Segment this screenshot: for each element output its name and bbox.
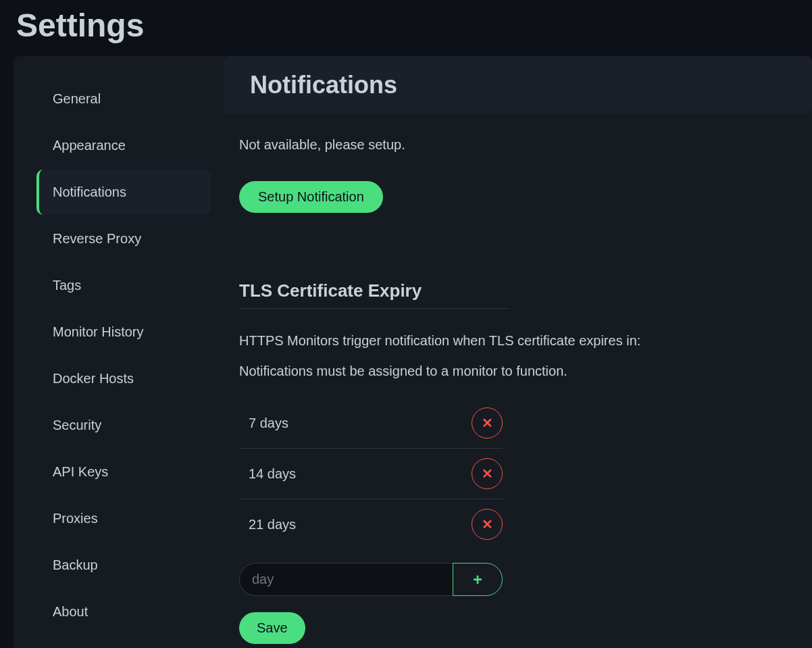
sidebar-item-tags[interactable]: Tags <box>39 263 211 308</box>
sidebar-item-label: Appearance <box>53 138 126 153</box>
expiry-item: 21 days ✕ <box>239 499 503 549</box>
sidebar-item-label: Proxies <box>53 511 98 526</box>
settings-content: Notifications Not available, please setu… <box>224 56 812 648</box>
sidebar-item-label: General <box>53 91 101 106</box>
page-title: Settings <box>0 0 812 56</box>
sidebar-item-proxies[interactable]: Proxies <box>39 496 211 541</box>
plus-icon: + <box>473 570 482 589</box>
setup-notification-button[interactable]: Setup Notification <box>239 181 383 213</box>
expiry-item: 14 days ✕ <box>239 449 503 499</box>
remove-expiry-button[interactable]: ✕ <box>472 509 503 540</box>
sidebar-item-appearance[interactable]: Appearance <box>39 123 211 168</box>
section-heading: Notifications <box>250 71 786 99</box>
sidebar-item-label: Tags <box>53 278 81 293</box>
not-available-message: Not available, please setup. <box>239 137 797 153</box>
settings-container: General Appearance Notifications Reverse… <box>14 56 812 648</box>
close-icon: ✕ <box>482 466 493 482</box>
tls-desc-1: HTTPS Monitors trigger notification when… <box>239 333 797 349</box>
sidebar-item-label: About <box>53 604 88 619</box>
sidebar-item-label: Monitor History <box>53 324 143 339</box>
sidebar-item-api-keys[interactable]: API Keys <box>39 449 211 495</box>
section-body: Not available, please setup. Setup Notif… <box>224 114 812 644</box>
add-expiry-button[interactable]: + <box>453 563 503 596</box>
tls-title: TLS Certificate Expiry <box>239 280 509 309</box>
sidebar-item-general[interactable]: General <box>39 76 211 122</box>
close-icon: ✕ <box>482 415 493 431</box>
expiry-label: 21 days <box>249 517 296 532</box>
sidebar-item-label: Security <box>53 418 101 432</box>
sidebar-item-security[interactable]: Security <box>39 403 211 448</box>
section-header: Notifications <box>224 56 812 114</box>
sidebar-item-label: Notifications <box>53 184 126 199</box>
sidebar-item-monitor-history[interactable]: Monitor History <box>39 309 211 355</box>
sidebar-item-about[interactable]: About <box>39 589 211 634</box>
expiry-item: 7 days ✕ <box>239 398 503 449</box>
sidebar-item-label: API Keys <box>53 464 108 479</box>
settings-sidebar: General Appearance Notifications Reverse… <box>14 56 224 648</box>
add-expiry-row: + <box>239 563 503 596</box>
remove-expiry-button[interactable]: ✕ <box>472 407 503 439</box>
sidebar-item-label: Backup <box>53 557 98 572</box>
sidebar-item-reverse-proxy[interactable]: Reverse Proxy <box>39 216 211 261</box>
tls-section: TLS Certificate Expiry HTTPS Monitors tr… <box>239 280 797 644</box>
sidebar-item-backup[interactable]: Backup <box>39 543 211 588</box>
save-button[interactable]: Save <box>239 612 305 644</box>
expiry-label: 7 days <box>249 416 288 431</box>
sidebar-item-label: Reverse Proxy <box>53 231 141 246</box>
tls-desc-2: Notifications must be assigned to a moni… <box>239 364 797 379</box>
expiry-label: 14 days <box>249 466 296 482</box>
remove-expiry-button[interactable]: ✕ <box>472 458 503 489</box>
day-input[interactable] <box>239 563 453 596</box>
sidebar-item-docker-hosts[interactable]: Docker Hosts <box>39 356 211 401</box>
expiry-list: 7 days ✕ 14 days ✕ 21 days <box>239 398 503 549</box>
sidebar-item-label: Docker Hosts <box>53 371 134 386</box>
close-icon: ✕ <box>482 516 493 532</box>
sidebar-item-notifications[interactable]: Notifications <box>36 170 211 215</box>
